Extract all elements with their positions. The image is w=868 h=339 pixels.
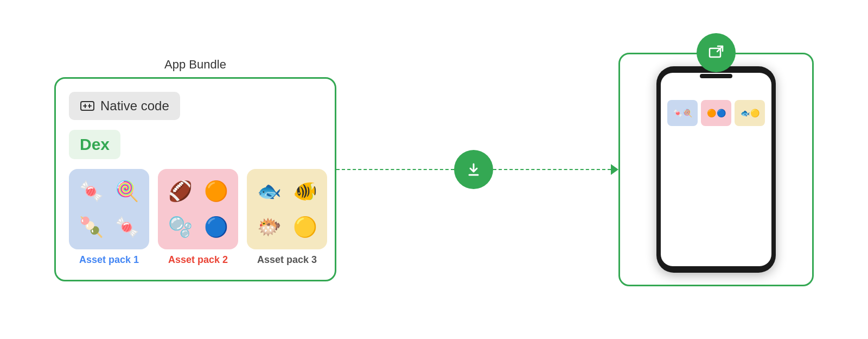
dotted-line-left — [336, 169, 454, 170]
phone-section-wrapper: 🍬 🍭 🟠 🔵 🐟 — [618, 53, 814, 286]
arrow-head — [611, 164, 618, 175]
phone-asset-packs-display: 🍬 🍭 🟠 🔵 🐟 — [667, 100, 765, 126]
emoji-ball2: 🟠 — [204, 181, 228, 201]
asset-pack-1: 🍬 🍭 🍡 🍬 Asset pack 1 — [69, 169, 149, 266]
phone-mini-pack-2: 🟠 🔵 — [701, 100, 731, 126]
emoji-candy2: 🍭 — [115, 181, 139, 201]
phone-emoji-5: 🐟 — [741, 109, 750, 117]
diagram: App Bundle Native code Dex — [54, 53, 814, 286]
native-code-pill: Native code — [69, 92, 180, 120]
emoji-ball3: 🫧 — [168, 217, 193, 237]
asset-pack-2-image: 🏈 🟠 🫧 🔵 — [158, 169, 238, 249]
dotted-line-right — [493, 169, 611, 170]
emoji-candy3: 🍡 — [79, 217, 104, 237]
emoji-ball4: 🔵 — [204, 217, 228, 237]
asset-packs-row: 🍬 🍭 🍡 🍬 Asset pack 1 🏈 🟠 — [69, 169, 322, 266]
svg-rect-0 — [81, 102, 94, 110]
emoji-fish4: 🟡 — [293, 217, 317, 237]
app-bundle-label: App Bundle — [164, 58, 226, 72]
asset-pack-3-image: 🐟 🐠 🐡 🟡 — [247, 169, 327, 249]
phone-emoji-4: 🔵 — [717, 109, 726, 117]
phone-device: 🍬 🍭 🟠 🔵 🐟 — [656, 66, 776, 273]
app-bundle-box: Native code Dex 🍬 🍭 🍡 🍬 — [54, 77, 336, 281]
connector — [336, 148, 618, 191]
external-link-circle — [697, 33, 736, 72]
emoji-fish2: 🐠 — [293, 181, 317, 201]
emoji-candy1: 🍬 — [79, 181, 104, 201]
asset-pack-3: 🐟 🐠 🐡 🟡 Asset pack 3 — [247, 169, 327, 266]
emoji-fish1: 🐟 — [257, 181, 282, 201]
asset-pack-1-label: Asset pack 1 — [79, 254, 139, 266]
native-code-text: Native code — [100, 98, 169, 114]
app-bundle-wrapper: App Bundle Native code Dex — [54, 58, 336, 281]
dex-text: Dex — [80, 135, 110, 153]
phone-emoji-2: 🍭 — [683, 109, 692, 117]
asset-pack-1-image: 🍬 🍭 🍡 🍬 — [69, 169, 149, 249]
dex-pill: Dex — [69, 130, 120, 159]
asset-pack-3-label: Asset pack 3 — [257, 254, 317, 266]
asset-pack-2-label: Asset pack 2 — [168, 254, 228, 266]
phone-notch — [700, 74, 732, 78]
emoji-ball1: 🏈 — [168, 181, 193, 201]
phone-emoji-3: 🟠 — [707, 109, 716, 117]
phone-emoji-6: 🟡 — [750, 109, 760, 117]
native-code-icon — [80, 98, 95, 114]
phone-screen: 🍬 🍭 🟠 🔵 🐟 — [661, 73, 771, 266]
phone-mini-pack-3: 🐟 🟡 — [735, 100, 765, 126]
emoji-candy4: 🍬 — [115, 217, 139, 237]
asset-pack-2: 🏈 🟠 🫧 🔵 Asset pack 2 — [158, 169, 238, 266]
phone-emoji-1: 🍬 — [673, 109, 682, 117]
download-circle — [454, 150, 493, 189]
phone-mini-pack-1: 🍬 🍭 — [667, 100, 698, 126]
emoji-fish3: 🐡 — [257, 217, 282, 237]
phone-outer-box: 🍬 🍭 🟠 🔵 🐟 — [618, 53, 814, 286]
